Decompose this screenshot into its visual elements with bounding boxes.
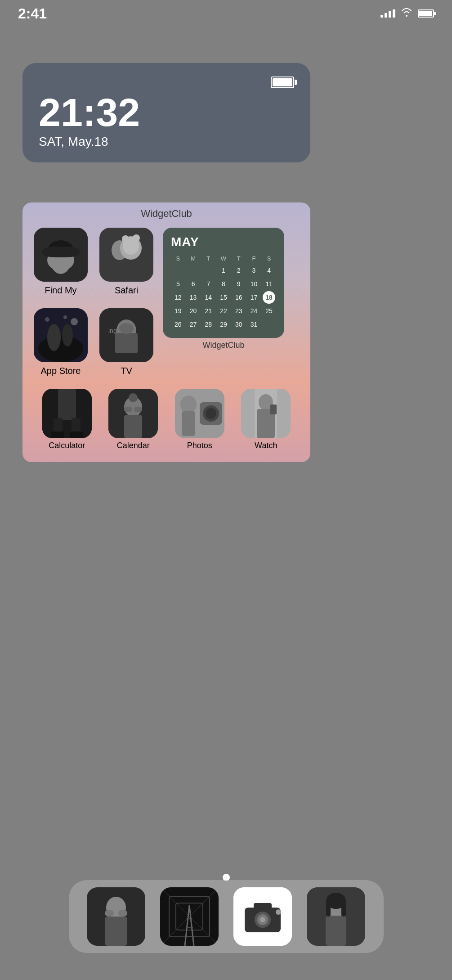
calendar-illustration [108,389,158,438]
cal-cell-27: 27 [187,318,200,331]
cal-cell-5: 5 [172,278,184,290]
svg-point-14 [47,324,61,351]
cal-cell-today: 18 [263,291,275,304]
tv-app[interactable]: ing TV [97,308,156,376]
cal-cell-empty-1 [172,264,184,277]
cal-cell-11: 11 [263,278,275,290]
svg-point-39 [206,408,216,419]
cal-cell-9: 9 [233,278,245,290]
cal-cell-20: 20 [187,305,200,317]
cal-cell-empty-2 [187,264,200,277]
svg-point-18 [63,315,67,319]
svg-rect-33 [124,415,142,438]
svg-text:ing: ing [108,327,117,334]
cal-cell-17: 17 [247,291,260,304]
cal-cell-19: 19 [172,305,184,317]
calendar-widget-area: MAY S M T W T F S 1 [163,228,284,353]
find-my-label: Find My [45,285,76,296]
cal-header-t1: T [201,254,215,263]
cal-cell-22: 22 [217,305,230,317]
calculator-icon [42,389,92,438]
cal-cell-2: 2 [233,264,245,277]
dock-girl-illustration [307,887,365,946]
cal-cell-1: 1 [217,264,230,277]
dock-item-person[interactable] [87,887,145,946]
calculator-app[interactable]: Calculator [36,389,98,450]
cal-cell-16: 16 [233,291,245,304]
calendar-app[interactable]: Calendar [103,389,165,450]
cal-cell-3: 3 [247,264,260,277]
photos-illustration [175,389,224,438]
svg-point-3 [51,249,71,274]
find-my-icon [34,228,88,282]
dock-item-subway[interactable] [160,887,219,946]
svg-point-32 [129,393,138,402]
widgetclub-header: WidgetClub [22,202,310,223]
appstore-illustration [34,308,88,362]
cal-cell-26: 26 [172,318,184,331]
calculator-illustration [42,389,92,438]
photos-app[interactable]: Photos [169,389,231,450]
cal-cell-30: 30 [233,318,245,331]
find-my-illustration [34,228,88,282]
photos-icon [175,389,224,438]
cal-cell-15: 15 [217,291,230,304]
calendar-icon [108,389,158,438]
svg-point-17 [45,317,49,322]
cal-cell-25: 25 [263,305,275,317]
svg-rect-41 [182,411,195,436]
left-apps: Find My [31,228,156,382]
calendar-month: MAY [171,235,276,249]
cal-cell-24: 24 [247,305,260,317]
home-screen: WidgetClub [22,202,310,462]
svg-point-22 [119,323,134,334]
tv-illustration: ing [99,308,153,362]
cal-header-f: F [247,254,261,263]
appstore-app[interactable]: App Store [31,308,90,376]
dock-subway-illustration [160,887,219,946]
safari-label: Safari [115,285,138,296]
safari-app[interactable]: Safari [97,228,156,296]
svg-rect-21 [115,333,138,353]
svg-rect-73 [326,916,346,946]
svg-rect-34 [124,407,132,412]
tv-label: TV [121,366,132,376]
svg-point-13 [38,335,83,362]
cal-cell-empty-3 [202,264,215,277]
dock-item-girl[interactable] [307,887,365,946]
svg-point-15 [62,324,73,346]
cal-header-m: M [186,254,201,263]
safari-icon [99,228,153,282]
clock-battery-area [39,76,294,88]
calendar-label: Calendar [117,441,150,450]
calendar-grid: S M T W T F S 1 2 3 4 [171,254,276,331]
cal-cell-28: 28 [202,318,215,331]
dock-item-camera[interactable] [233,887,292,946]
find-my-app[interactable]: Find My [31,228,90,296]
cal-cell-23: 23 [233,305,245,317]
cal-cell-empty-end [263,318,275,331]
svg-rect-46 [270,405,277,414]
clock-time: 21:32 [39,93,294,132]
svg-rect-76 [341,901,346,917]
cal-cell-8: 8 [217,278,230,290]
watch-app[interactable]: Watch [235,389,297,450]
watch-icon [241,389,291,438]
status-time: 2:41 [18,5,47,22]
svg-rect-49 [105,917,127,946]
svg-point-68 [260,917,265,922]
svg-point-16 [71,318,78,325]
cal-cell-12: 12 [172,291,184,304]
app-row-bottom: Calculator Calendar [31,389,301,458]
cal-cell-6: 6 [187,278,200,290]
svg-point-11 [123,237,139,255]
svg-rect-5 [62,257,71,265]
cal-cell-21: 21 [202,305,215,317]
svg-rect-35 [134,407,142,412]
svg-rect-25 [58,389,76,420]
watch-illustration [241,389,291,438]
calculator-label: Calculator [49,441,85,450]
battery-icon [418,9,434,18]
clock-date: SAT, May.18 [39,135,294,149]
svg-rect-28 [51,432,64,438]
